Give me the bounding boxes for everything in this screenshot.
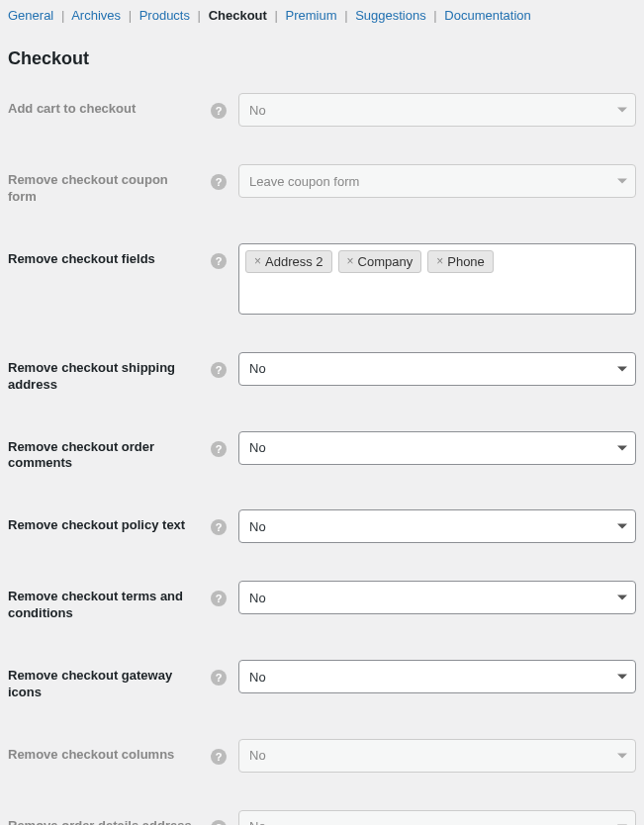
- select-value: No: [249, 519, 266, 534]
- row-remove-columns: Remove checkout columns ? No: [8, 739, 636, 773]
- tag-label: Address 2: [265, 254, 323, 269]
- tag-phone[interactable]: × Phone: [427, 250, 494, 273]
- row-remove-policy: Remove checkout policy text ? No: [8, 509, 636, 543]
- tag-company[interactable]: × Company: [338, 250, 422, 273]
- help-icon[interactable]: ?: [211, 253, 227, 269]
- help-icon[interactable]: ?: [211, 362, 227, 378]
- tab-separator: |: [194, 8, 205, 23]
- label-remove-comments: Remove checkout order comments: [8, 439, 196, 473]
- label-remove-coupon: Remove checkout coupon form: [8, 172, 196, 206]
- tag-label: Phone: [447, 254, 485, 269]
- help-icon[interactable]: ?: [211, 103, 227, 119]
- label-remove-shipping: Remove checkout shipping address: [8, 360, 196, 394]
- help-icon[interactable]: ?: [211, 174, 227, 190]
- row-remove-fields: Remove checkout fields ? × Address 2 × C…: [8, 243, 636, 315]
- help-icon[interactable]: ?: [211, 519, 227, 535]
- help-icon[interactable]: ?: [211, 820, 227, 825]
- label-remove-terms: Remove checkout terms and conditions: [8, 589, 196, 622]
- tag-address2[interactable]: × Address 2: [245, 250, 332, 273]
- tab-general[interactable]: General: [8, 8, 53, 23]
- select-remove-gateway[interactable]: No: [238, 660, 636, 693]
- close-icon[interactable]: ×: [347, 254, 354, 268]
- row-remove-shipping: Remove checkout shipping address ? No: [8, 352, 636, 394]
- chevron-down-icon: [617, 675, 627, 680]
- label-remove-policy: Remove checkout policy text: [8, 517, 185, 534]
- select-value: No: [249, 748, 266, 763]
- row-remove-comments: Remove checkout order comments ? No: [8, 431, 636, 473]
- row-add-cart: Add cart to checkout ? No: [8, 93, 636, 127]
- label-remove-order-address: Remove order details address: [8, 818, 192, 825]
- chevron-down-icon: [617, 753, 627, 758]
- chevron-down-icon: [617, 108, 627, 113]
- tab-checkout[interactable]: Checkout: [209, 8, 267, 23]
- tab-products[interactable]: Products: [139, 8, 190, 23]
- tab-premium[interactable]: Premium: [286, 8, 337, 23]
- select-remove-shipping[interactable]: No: [238, 352, 636, 386]
- tab-separator: |: [125, 8, 136, 23]
- select-value: No: [249, 103, 266, 118]
- select-value: No: [249, 819, 266, 825]
- select-value: No: [249, 670, 266, 685]
- chevron-down-icon: [617, 179, 627, 184]
- select-value: Leave coupon form: [249, 174, 359, 189]
- close-icon[interactable]: ×: [436, 254, 443, 268]
- tab-separator: |: [57, 8, 68, 23]
- help-icon[interactable]: ?: [211, 749, 227, 765]
- tab-navigation: General | Archives | Products | Checkout…: [8, 8, 636, 31]
- row-remove-gateway: Remove checkout gateway icons ? No: [8, 660, 636, 701]
- select-remove-comments[interactable]: No: [238, 431, 636, 465]
- label-remove-fields: Remove checkout fields: [8, 251, 155, 268]
- tab-separator: |: [429, 8, 440, 23]
- select-value: No: [249, 361, 266, 376]
- select-value: No: [249, 440, 266, 455]
- tab-suggestions[interactable]: Suggestions: [355, 8, 426, 23]
- select-remove-columns[interactable]: No: [238, 739, 636, 773]
- chevron-down-icon: [617, 596, 627, 600]
- row-remove-order-address: Remove order details address ? No: [8, 810, 636, 825]
- help-icon[interactable]: ?: [211, 670, 227, 686]
- help-icon[interactable]: ?: [211, 441, 227, 457]
- select-add-cart[interactable]: No: [238, 93, 636, 127]
- row-remove-terms: Remove checkout terms and conditions ? N…: [8, 581, 636, 622]
- chevron-down-icon: [617, 445, 627, 450]
- select-value: No: [249, 591, 266, 605]
- select-remove-policy[interactable]: No: [238, 509, 636, 543]
- tab-archives[interactable]: Archives: [71, 8, 121, 23]
- close-icon[interactable]: ×: [254, 254, 261, 268]
- select-remove-coupon[interactable]: Leave coupon form: [238, 164, 636, 198]
- tab-documentation[interactable]: Documentation: [444, 8, 530, 23]
- row-remove-coupon: Remove checkout coupon form ? Leave coup…: [8, 164, 636, 206]
- help-icon[interactable]: ?: [211, 591, 227, 606]
- label-remove-columns: Remove checkout columns: [8, 747, 174, 764]
- multiselect-remove-fields[interactable]: × Address 2 × Company × Phone: [238, 243, 636, 315]
- tab-separator: |: [270, 8, 281, 23]
- tab-separator: |: [340, 8, 351, 23]
- select-remove-order-address[interactable]: No: [238, 810, 636, 825]
- label-add-cart: Add cart to checkout: [8, 101, 136, 118]
- chevron-down-icon: [617, 366, 627, 371]
- label-remove-gateway: Remove checkout gateway icons: [8, 668, 196, 701]
- page-title: Checkout: [8, 48, 636, 69]
- select-remove-terms[interactable]: No: [238, 581, 636, 614]
- chevron-down-icon: [617, 524, 627, 529]
- checkout-form: Add cart to checkout ? No Remove checkou…: [8, 93, 636, 825]
- tag-label: Company: [358, 254, 414, 269]
